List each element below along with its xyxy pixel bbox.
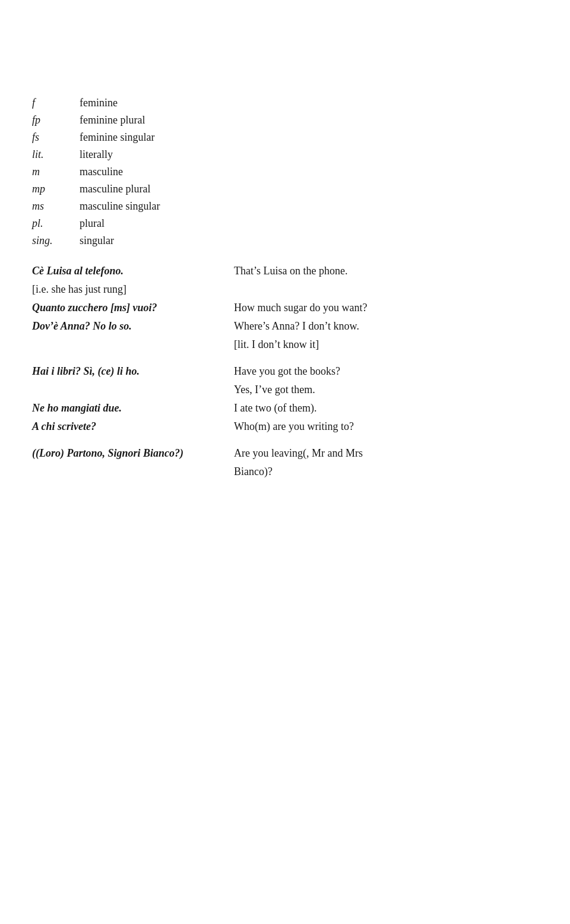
round-brackets-formal-examples: ((Loro) Partono, Signori Bianco?)Are you… [32,445,538,480]
example-row: Cè Luisa al telefono.That’s Luisa on the… [32,263,538,279]
example-row: A chi scrivete?Who(m) are you writing to… [32,419,538,435]
example-english: Who(m) are you writing to? [234,419,538,435]
example-english: That’s Luisa on the phone. [234,263,538,279]
round-brackets-optional-examples: Hai i libri? Sì, (ce) li ho.Have you got… [32,363,538,435]
example-continuation-row: Yes, I’ve got them. [32,382,538,398]
example-italian: A chi scrivete? [32,419,234,435]
example-english: Where’s Anna? I don’t know. [234,318,538,334]
example-continuation-row: Bianco)? [32,464,538,480]
abbrev-key: ms [32,198,80,214]
abbrev-key: fs [32,129,80,145]
abbrev-row: mmasculine [32,164,538,180]
example-italian: Hai i libri? Sì, (ce) li ho. [32,363,234,379]
abbrev-row: lit.literally [32,147,538,163]
abbrev-value: plural [80,216,538,232]
abbrev-value: masculine [80,164,538,180]
example-row: Ne ho mangiati due.I ate two (of them). [32,400,538,416]
abbrev-row: ffeminine [32,95,538,111]
abbrev-value: singular [80,233,538,249]
abbrev-row: fpfeminine plural [32,112,538,128]
abbreviations-table: ffemininefpfeminine pluralfsfeminine sin… [32,95,538,249]
abbrev-value: masculine singular [80,198,538,214]
abbrev-key: f [32,95,80,111]
square-brackets-examples: Cè Luisa al telefono.That’s Luisa on the… [32,263,538,353]
abbrev-row: sing.singular [32,233,538,249]
example-row: Dov’è Anna? No lo so.Where’s Anna? I don… [32,318,538,334]
abbrev-row: mpmasculine plural [32,181,538,197]
abbrev-key: mp [32,181,80,197]
abbrev-key: lit. [32,147,80,163]
example-note-row: [i.e. she has just rung] [32,281,538,298]
abbrev-row: msmasculine singular [32,198,538,214]
abbrev-key: sing. [32,233,80,249]
example-english: Are you leaving(, Mr and Mrs [234,445,538,461]
example-row: ((Loro) Partono, Signori Bianco?)Are you… [32,445,538,461]
example-continuation-row: [lit. I don’t know it] [32,337,538,353]
abbrev-key: m [32,164,80,180]
abbrev-value: feminine singular [80,129,538,145]
abbrev-key: pl. [32,216,80,232]
example-english-continuation: Bianco)? [234,464,538,480]
example-english-continuation: Yes, I’ve got them. [234,382,538,398]
example-english: Have you got the books? [234,363,538,379]
example-english: I ate two (of them). [234,400,538,416]
abbrev-key: fp [32,112,80,128]
example-italian: ((Loro) Partono, Signori Bianco?) [32,445,234,461]
example-english-continuation: [lit. I don’t know it] [234,337,538,353]
abbrev-value: feminine [80,95,538,111]
example-italian: Quanto zucchero [ms] vuoi? [32,300,234,316]
abbrev-row: pl.plural [32,216,538,232]
example-english: How much sugar do you want? [234,300,538,316]
abbrev-row: fsfeminine singular [32,129,538,145]
example-italian: Dov’è Anna? No lo so. [32,318,234,334]
example-italian: Ne ho mangiati due. [32,400,234,416]
example-row: Hai i libri? Sì, (ce) li ho.Have you got… [32,363,538,379]
example-row: Quanto zucchero [ms] vuoi?How much sugar… [32,300,538,316]
abbrev-value: literally [80,147,538,163]
example-italian: Cè Luisa al telefono. [32,263,234,279]
abbrev-value: masculine plural [80,181,538,197]
abbrev-value: feminine plural [80,112,538,128]
